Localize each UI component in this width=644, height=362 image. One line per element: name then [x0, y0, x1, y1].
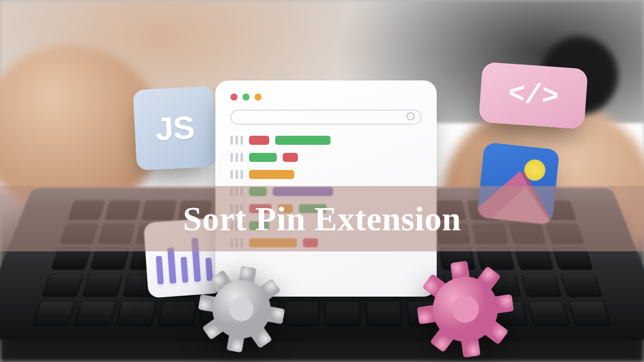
title-banner: Sort Pin Extension [0, 186, 644, 251]
js-badge: JS [133, 86, 217, 170]
gear-icon-pink [412, 255, 520, 362]
address-bar-graphic [230, 110, 422, 125]
gear-icon-grey [192, 260, 291, 359]
code-tag-badge: </> [478, 62, 588, 129]
title-text: Sort Pin Extension [183, 199, 461, 239]
code-tag-label: </> [507, 78, 559, 114]
js-badge-label: JS [154, 109, 196, 148]
window-traffic-lights [230, 94, 422, 101]
